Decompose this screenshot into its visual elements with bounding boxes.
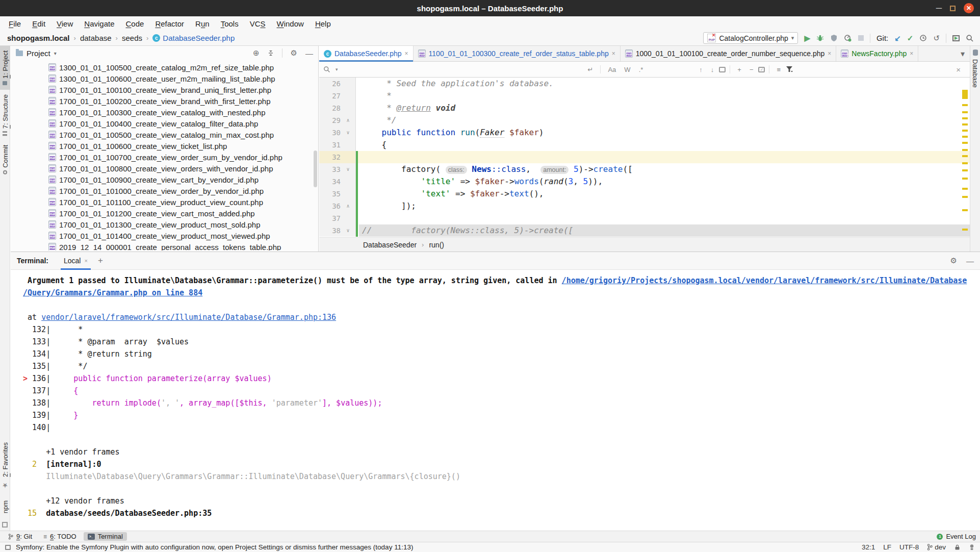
editor-gutter[interactable]: 33∨ bbox=[319, 163, 356, 175]
search-history-chevron-icon[interactable]: ▾ bbox=[332, 67, 341, 72]
menu-window[interactable]: Window bbox=[271, 19, 310, 28]
tree-file[interactable]: PHP1700_01_01_101000_create_view_order_b… bbox=[11, 185, 318, 196]
menu-run[interactable]: Run bbox=[190, 19, 215, 28]
new-terminal-session-button[interactable]: + bbox=[98, 256, 103, 266]
toolwindow-7-structure[interactable]: 7: Structure bbox=[0, 90, 10, 140]
run-button[interactable]: ▶ bbox=[804, 34, 810, 43]
menu-view[interactable]: View bbox=[51, 19, 79, 28]
fold-up-icon[interactable]: ∧ bbox=[343, 114, 353, 127]
tree-file[interactable]: PHP1700_01_01_101400_create_view_product… bbox=[11, 230, 318, 241]
next-occurrence-button[interactable]: ↓ bbox=[708, 66, 717, 73]
editor-gutter[interactable]: 35 bbox=[319, 188, 356, 200]
editor-gutter[interactable]: 28 bbox=[319, 102, 356, 114]
tab-1100-01-01-100300-create-ref-order-status-table-php[interactable]: PHP1100_01_01_100300_create_ref_order_st… bbox=[414, 46, 621, 61]
breadcrumb-seeds[interactable]: seeds bbox=[121, 34, 143, 42]
editor-gutter[interactable]: 37 bbox=[319, 212, 356, 224]
tree-file[interactable]: PHP1700_01_01_100200_create_view_brand_w… bbox=[11, 95, 318, 107]
run-configuration-select[interactable]: PHP✕ CatalogController.php ▾ bbox=[703, 32, 798, 44]
terminal-tab-local[interactable]: Local × bbox=[62, 252, 90, 270]
tree-file[interactable]: PHP1300_01_01_100600_create_user_m2m_mai… bbox=[11, 73, 318, 84]
whole-words-toggle[interactable]: W bbox=[621, 66, 633, 73]
find-input[interactable] bbox=[343, 64, 583, 75]
highlighting-level-icon[interactable] bbox=[969, 544, 975, 550]
newline-icon[interactable]: ↵ bbox=[585, 66, 597, 73]
hide-panel-icon[interactable]: — bbox=[966, 257, 974, 265]
toolwindow-button-9-git[interactable]: 9: Git bbox=[4, 532, 36, 541]
tree-file[interactable]: PHP1700_01_01_101100_create_view_product… bbox=[11, 196, 318, 208]
locate-file-icon[interactable]: ⊕ bbox=[253, 48, 260, 58]
project-panel-title[interactable]: Project bbox=[27, 49, 50, 58]
tree-file[interactable]: PHP1700_01_01_100800_create_view_orders_… bbox=[11, 163, 318, 174]
tree-file[interactable]: PHP1700_01_01_100300_create_view_catalog… bbox=[11, 107, 318, 118]
gear-icon[interactable]: ⚙ bbox=[950, 256, 957, 265]
toolwindow-1-project[interactable]: 1: Project bbox=[0, 46, 10, 90]
fold-up-icon[interactable]: ∧ bbox=[343, 200, 353, 212]
diff-window-button[interactable]: ▶ bbox=[952, 35, 960, 41]
editor-gutter[interactable]: 32 bbox=[319, 151, 356, 163]
git-branch-widget[interactable]: dev bbox=[927, 543, 946, 551]
tab-databaseseeder-php[interactable]: cDatabaseSeeder.php× bbox=[319, 46, 414, 61]
fold-down-icon[interactable]: ∨ bbox=[343, 127, 353, 139]
tree-file[interactable]: PHP1700_01_01_100900_create_view_cart_by… bbox=[11, 174, 318, 185]
profiler-button[interactable] bbox=[844, 34, 852, 42]
menu-file[interactable]: File bbox=[3, 19, 27, 28]
menu-navigate[interactable]: Navigate bbox=[79, 19, 120, 28]
git-update-button[interactable]: ↙ bbox=[894, 34, 901, 43]
previous-occurrence-button[interactable]: ↑ bbox=[696, 66, 706, 73]
git-commit-button[interactable]: ✓ bbox=[907, 34, 914, 43]
toolwindow-button-terminal[interactable]: >_Terminal bbox=[84, 532, 127, 541]
tree-file[interactable]: PHP2019_12_14_000001_create_personal_acc… bbox=[11, 241, 318, 250]
editor-gutter[interactable]: 30∨ bbox=[319, 127, 356, 139]
tab-newsfactory-php[interactable]: PHPNewsFactory.php× bbox=[836, 46, 918, 61]
breadcrumb-file[interactable]: DatabaseSeeder bbox=[363, 241, 417, 249]
menu-code[interactable]: Code bbox=[120, 19, 150, 28]
close-window-icon[interactable]: ✕ bbox=[964, 3, 974, 13]
menu-refactor[interactable]: Refactor bbox=[149, 19, 190, 28]
file-encoding[interactable]: UTF-8 bbox=[899, 543, 919, 551]
hide-panel-icon[interactable]: — bbox=[305, 49, 313, 58]
event-log-button[interactable]: 1 Event Log bbox=[937, 533, 976, 540]
editor-gutter[interactable]: 27 bbox=[319, 90, 356, 102]
stack-trace-link[interactable]: /home/grigoriy/Projects/shopogasm.local/… bbox=[562, 276, 967, 285]
toolwindow-commit[interactable]: Commit bbox=[0, 140, 10, 179]
editor-gutter[interactable]: 38∨ bbox=[319, 224, 356, 237]
menu-tools[interactable]: Tools bbox=[215, 19, 244, 28]
tree-file[interactable]: PHP1700_01_01_100100_create_view_brand_u… bbox=[11, 84, 318, 95]
code-viewport[interactable]: 26 * Seed the application's database.27 … bbox=[319, 78, 970, 237]
tab-1000-01-01-100100-create-order-number-sequence-php[interactable]: PHP1000_01_01_100100_create_order_number… bbox=[621, 46, 837, 61]
match-case-toggle[interactable]: Aa bbox=[605, 66, 619, 73]
gear-icon[interactable]: ⚙ bbox=[291, 48, 297, 58]
menu-help[interactable]: Help bbox=[310, 19, 337, 28]
stack-trace-link[interactable]: /Query/Grammars/Grammar.php on line 884 bbox=[23, 288, 202, 297]
close-icon[interactable]: × bbox=[612, 50, 615, 57]
status-message[interactable]: Symfony: Enable the Symfony Plugin with … bbox=[16, 543, 413, 551]
caret-position[interactable]: 32:1 bbox=[862, 543, 875, 551]
stack-trace-link[interactable]: vendor/laravel/framework/src/Illuminate/… bbox=[41, 313, 336, 322]
terminal-output[interactable]: Argument 1 passed to Illuminate\Database… bbox=[11, 270, 980, 519]
remove-occurrence-button[interactable]: − bbox=[746, 66, 757, 73]
tree-file[interactable]: PHP1700_01_01_101200_create_view_cart_mo… bbox=[11, 208, 318, 219]
tree-file[interactable]: PHP1700_01_01_100400_create_view_catalog… bbox=[11, 118, 318, 129]
minimize-window-icon[interactable]: ─ bbox=[936, 6, 942, 11]
toolwindow-button-6-todo[interactable]: ≡6: TODO bbox=[39, 532, 81, 541]
line-ending[interactable]: LF bbox=[883, 543, 891, 551]
editor-gutter[interactable]: 31 bbox=[319, 139, 356, 151]
fold-down-icon[interactable]: ∨ bbox=[343, 224, 353, 237]
breadcrumb-databaseseeder-php[interactable]: cDatabaseSeeder.php bbox=[151, 34, 236, 42]
editor-gutter[interactable]: 29∧ bbox=[319, 114, 356, 127]
find-in-selection-toggle[interactable] bbox=[719, 67, 726, 72]
tree-file[interactable]: PHP1700_01_01_100500_create_view_catalog… bbox=[11, 129, 318, 140]
close-icon[interactable]: × bbox=[84, 258, 87, 264]
stop-button[interactable] bbox=[858, 35, 864, 41]
editor-gutter[interactable]: 26 bbox=[319, 78, 356, 90]
tree-file[interactable]: PHP1700_01_01_101300_create_view_product… bbox=[11, 219, 318, 230]
project-tree-scrollbar[interactable] bbox=[314, 150, 317, 187]
coverage-button[interactable] bbox=[830, 34, 838, 42]
editor-gutter[interactable]: 34 bbox=[319, 175, 356, 188]
maximize-window-icon[interactable] bbox=[950, 6, 956, 11]
debug-button[interactable] bbox=[816, 34, 824, 42]
close-icon[interactable]: × bbox=[405, 50, 408, 57]
toolwindow-npm[interactable]: npm bbox=[0, 496, 10, 518]
close-find-bar-icon[interactable]: × bbox=[956, 65, 966, 74]
fold-down-icon[interactable]: ∨ bbox=[343, 163, 353, 175]
